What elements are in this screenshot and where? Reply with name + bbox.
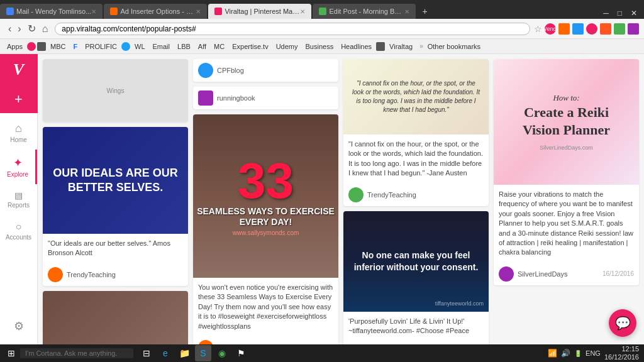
bookmark-wl-label: WL: [135, 43, 145, 50]
bookmark-star-icon[interactable]: ☆: [534, 24, 542, 34]
tab-label-ad: Ad Inserter Options - M...: [120, 8, 196, 15]
bookmark-other[interactable]: Other bookmarks: [425, 42, 484, 51]
reiki-caption: Raise your vibrations to match the frequ…: [499, 190, 634, 258]
inferior-caption: 'Purposefully Lovin' Life & Livin' It Up…: [348, 317, 484, 336]
bookmark-email[interactable]: Email: [150, 42, 174, 51]
tab-viraltag[interactable]: Viraltag | Pinterest Mana... ✕: [208, 4, 311, 19]
ext-icon-1[interactable]: [558, 23, 570, 35]
exercise-number: 33: [238, 156, 294, 206]
taskbar-app-edge[interactable]: e: [157, 345, 174, 361]
reload-button[interactable]: ↻: [25, 21, 39, 36]
card-reiki-image: How to: Create a Reiki Vision Planner Si…: [494, 59, 639, 185]
content-area[interactable]: Wings OUR IDEALS ARE OUR BETTER SELVES. …: [38, 54, 644, 344]
bookmark-aff[interactable]: Aff: [195, 42, 209, 51]
forward-button[interactable]: ›: [14, 22, 24, 36]
ext-icon-3[interactable]: [586, 23, 597, 35]
bookmark-icon-b[interactable]: [37, 42, 46, 51]
taskbar-speaker-icon: 🔊: [561, 349, 570, 358]
bookmark-business[interactable]: Business: [303, 42, 337, 51]
tab-mail[interactable]: Mail - Wendy Tomlinso... ✕: [0, 4, 103, 19]
bookmark-apps[interactable]: Apps: [4, 42, 26, 51]
bookmark-lbb[interactable]: LBB: [174, 42, 194, 51]
user-label: Wendy: [541, 26, 559, 32]
back-button[interactable]: ‹: [5, 22, 14, 36]
reiki-title-block: How to: Create a Reiki Vision Planner: [504, 93, 629, 140]
card-ideals: OUR IDEALS ARE OUR BETTER SELVES. "Our i…: [43, 127, 188, 286]
taskbar-app-task-view[interactable]: ⊟: [138, 345, 155, 361]
card-exercise: 33 SEAMLESS WAYS TO EXERCISE EVERY DAY! …: [193, 114, 338, 344]
taskbar: ⊞ ⊟ e 📁 S ◉ ⚑ 📶 🔊 🔋 ENG 12:15 16/12/2016: [0, 344, 644, 362]
bookmark-prolific[interactable]: PROLIFIC: [82, 42, 120, 51]
bookmark-expertise[interactable]: Expertise.tv: [229, 42, 271, 51]
tab-close-edit[interactable]: ✕: [404, 8, 409, 15]
taskbar-app-chrome[interactable]: ◉: [214, 345, 230, 361]
tab-close-ad[interactable]: ✕: [196, 8, 201, 15]
taskbar-start-button[interactable]: ⊞: [3, 347, 20, 359]
navigation-bar: ‹ › ↻ ⌂ ☆ Wendy: [0, 19, 644, 39]
chat-bubble-button[interactable]: 💬: [609, 309, 636, 337]
bookmark-mbc[interactable]: MBC: [47, 42, 69, 51]
austen-author-name: TrendyTeaching: [367, 191, 416, 199]
bookmark-mc[interactable]: MC: [211, 42, 228, 51]
bookmark-mbc-label: MBC: [50, 43, 65, 50]
tab-edit[interactable]: Edit Post - Morning Bus... ✕: [313, 4, 416, 19]
card-reiki-body: Raise your vibrations to match the frequ…: [494, 185, 639, 263]
sidebar-item-home[interactable]: ⌂ Home: [0, 116, 37, 150]
tab-label-viraltag: Viraltag | Pinterest Mana...: [225, 8, 300, 15]
reiki-author-info: SilverLinedDays: [499, 266, 567, 282]
reiki-site-label: SilverLinedDays.com: [540, 145, 593, 151]
bookmark-twitter-icon[interactable]: [121, 42, 130, 51]
sidebar-item-explore[interactable]: ✦ Explore: [0, 150, 37, 184]
settings-gear-icon: ⚙: [14, 319, 24, 333]
sidebar-item-reports[interactable]: ▤ Reports: [0, 184, 37, 215]
tab-close-viraltag[interactable]: ✕: [300, 8, 305, 15]
masonry-col-2: CPFblog runningbook 33 SEAMLESS WAYS TO …: [193, 59, 338, 344]
taskbar-app-explorer[interactable]: 📁: [176, 345, 192, 361]
card-austen: "I cannot fix on the hour, or the spot, …: [343, 59, 489, 206]
sidebar-explore-label: Explore: [7, 171, 28, 178]
accounts-icon: ○: [16, 221, 22, 233]
new-tab-button[interactable]: +: [417, 4, 432, 19]
logo-letter: V: [13, 60, 24, 79]
ideals-quote-text: OUR IDEALS ARE OUR BETTER SELVES.: [53, 166, 178, 195]
bookmark-f[interactable]: F: [70, 42, 81, 51]
bookmark-buffer-icon[interactable]: [376, 42, 385, 51]
tab-favicon-ad: [110, 8, 118, 15]
ext-icon-5[interactable]: [614, 23, 625, 35]
minimize-button[interactable]: ─: [600, 8, 612, 19]
card-exercise-author-row: sallysymonds: [193, 336, 338, 344]
taskbar-time-value: 12:15: [604, 345, 639, 353]
close-button[interactable]: ✕: [628, 8, 640, 19]
bookmark-mc-label: MC: [214, 43, 225, 50]
bookmark-udemy[interactable]: Udemy: [273, 42, 301, 51]
ext-icon-4[interactable]: [600, 23, 611, 35]
home-button[interactable]: ⌂: [39, 22, 52, 36]
bookmark-apps-label: Apps: [7, 43, 23, 50]
sidebar-settings-button[interactable]: ⚙: [0, 313, 37, 339]
card-runningbook: runningbook: [193, 87, 338, 109]
taskbar-apps: ⊟ e 📁 S ◉ ⚑: [138, 345, 249, 361]
bookmark-viraltag-label: Viraltag: [389, 43, 413, 50]
bookmark-wl[interactable]: WL: [131, 42, 148, 51]
masonry-col-4: How to: Create a Reiki Vision Planner Si…: [494, 59, 639, 344]
tab-close-mail[interactable]: ✕: [91, 8, 96, 15]
user-icon: Wendy: [545, 23, 556, 35]
taskbar-app-misc[interactable]: ⚑: [233, 345, 249, 361]
bookmark-icon-pink[interactable]: [27, 42, 36, 51]
taskbar-language: ENG: [586, 349, 601, 357]
tab-ad[interactable]: Ad Inserter Options - M... ✕: [104, 4, 207, 19]
cortana-search-input[interactable]: [20, 348, 133, 358]
chat-bubble-icon: 💬: [615, 315, 631, 331]
sidebar-add-button[interactable]: +: [0, 85, 38, 113]
card-ideals-image: OUR IDEALS ARE OUR BETTER SELVES.: [43, 127, 188, 234]
address-bar[interactable]: [55, 23, 530, 35]
ext-icon-6[interactable]: [628, 23, 639, 35]
card-inferior-body: 'Purposefully Lovin' Life & Livin' It Up…: [343, 312, 489, 341]
bookmark-headlines[interactable]: Headlines: [338, 42, 375, 51]
ext-icon-2[interactable]: [572, 23, 584, 35]
bookmark-udemy-label: Udemy: [276, 43, 298, 50]
taskbar-app-skype[interactable]: S: [195, 345, 211, 361]
sidebar-item-accounts[interactable]: ○ Accounts: [0, 215, 37, 247]
maximize-button[interactable]: □: [614, 8, 625, 19]
bookmark-viraltag[interactable]: Viraltag: [386, 42, 416, 51]
